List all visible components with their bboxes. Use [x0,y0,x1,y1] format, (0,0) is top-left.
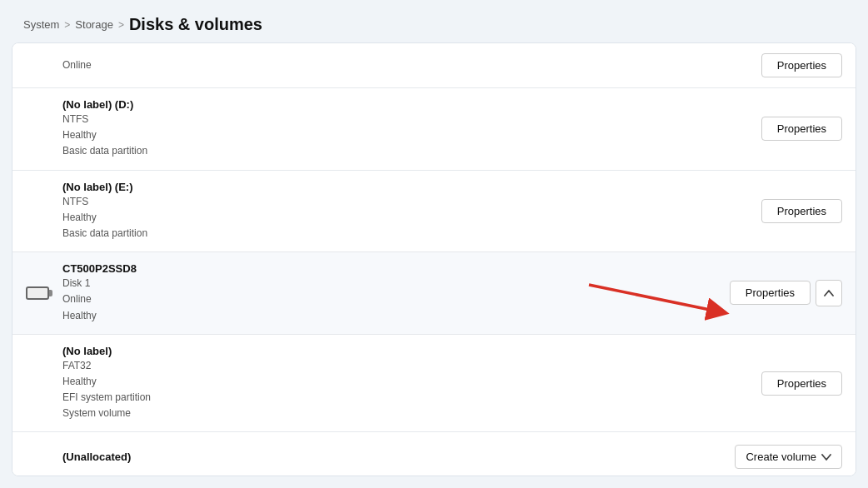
disk-info-online: Online [62,47,748,83]
disk-info-unallocated: (Unallocated) [62,432,721,476]
breadcrumb-storage[interactable]: Storage [75,18,113,31]
disk-status-online: Online [62,57,738,73]
icon-col-ct500 [12,252,62,334]
properties-button-efi[interactable]: Properties [761,371,842,396]
breadcrumb-sep1: > [64,19,70,31]
icon-col-e [12,171,62,252]
disk-sub-ct500: Disk 1OnlineHealthy [62,276,706,324]
disk-list: Online Properties (No label) (D:) NTFSHe… [12,43,856,476]
breadcrumb-sep2: > [118,19,124,31]
icon-col-d [12,88,62,170]
disk-actions-e: Properties [748,171,856,252]
create-volume-button[interactable]: Create volume [735,445,842,469]
disk-actions-d: Properties [748,88,856,170]
disk-actions-ct500: Properties [716,252,856,334]
content-panel: Online Properties (No label) (D:) NTFSHe… [12,42,856,476]
disk-name-unallocated: (Unallocated) [62,451,711,463]
chevron-down-icon [821,454,831,461]
disk-sub-d: NTFSHealthyBasic data partition [62,112,738,160]
row-ct500: CT500P2SSD8 Disk 1OnlineHealthy Properti… [12,252,856,335]
disk-actions-unallocated: Create volume [721,432,856,476]
disk-info-ct500: CT500P2SSD8 Disk 1OnlineHealthy [62,252,716,334]
disk-name-d: (No label) (D:) [62,98,738,111]
breadcrumb-system[interactable]: System [23,18,59,31]
icon-col-unallocated [12,432,62,476]
disk-actions-online: Properties [748,43,856,87]
disk-name-ct500: CT500P2SSD8 [62,262,706,275]
properties-button-e[interactable]: Properties [761,199,842,223]
row-online-top: Online Properties [12,43,856,88]
icon-col-efi [12,335,62,432]
disk-info-d: (No label) (D:) NTFSHealthyBasic data pa… [62,88,748,170]
page: System > Storage > Disks & volumes Onlin… [0,0,868,488]
row-unallocated: (Unallocated) Create volume [12,432,856,476]
create-volume-label: Create volume [746,451,816,463]
properties-button-d[interactable]: Properties [761,117,842,141]
expand-button-ct500[interactable] [816,280,842,306]
breadcrumb-current: Disks & volumes [129,15,262,34]
disk-actions-efi: Properties [748,335,856,432]
breadcrumb: System > Storage > Disks & volumes [0,0,868,42]
properties-button-ct500[interactable]: Properties [730,281,811,305]
disk-info-efi: (No label) FAT32HealthyEFI system partit… [62,335,748,432]
disk-name-e: (No label) (E:) [62,181,738,193]
disk-sub-efi: FAT32HealthyEFI system partitionSystem v… [62,358,738,422]
chevron-up-icon [824,290,834,296]
disk-drive-icon [26,286,49,300]
row-no-label-efi: (No label) FAT32HealthyEFI system partit… [12,335,856,433]
row-d: (No label) (D:) NTFSHealthyBasic data pa… [12,88,856,171]
row-e: (No label) (E:) NTFSHealthyBasic data pa… [12,171,856,253]
disk-name-efi: (No label) [62,345,738,357]
properties-button-online[interactable]: Properties [761,53,842,77]
disk-sub-e: NTFSHealthyBasic data partition [62,194,738,242]
disk-info-e: (No label) (E:) NTFSHealthyBasic data pa… [62,171,748,252]
disk-healthy-ct500: Healthy [62,310,97,321]
